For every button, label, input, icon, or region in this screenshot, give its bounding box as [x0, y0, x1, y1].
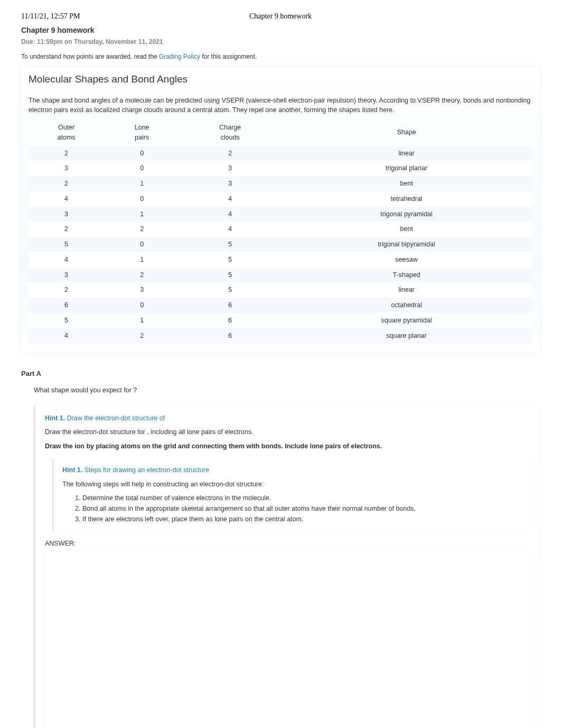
- th-lone: Lonepairs: [104, 119, 180, 146]
- cell-lone: 2: [104, 268, 180, 283]
- cell-charge: 5: [180, 237, 280, 252]
- points-suffix: for this assignment.: [200, 53, 257, 60]
- cell-outer: 3: [29, 268, 104, 283]
- cell-shape: linear: [280, 282, 532, 298]
- table-row: 505trigonal bipyramidal: [29, 237, 532, 252]
- cell-charge: 5: [180, 252, 280, 268]
- cell-shape: trigonal planar: [280, 161, 532, 176]
- answer-label: ANSWER:: [45, 539, 530, 549]
- list-item: Bond all atoms in the appropriate skelet…: [82, 504, 522, 514]
- cell-outer: 3: [29, 161, 104, 176]
- cell-outer: 4: [29, 191, 104, 207]
- cell-lone: 0: [104, 237, 180, 252]
- cell-lone: 2: [104, 222, 180, 237]
- table-row: 606octahedral: [29, 298, 532, 313]
- cell-outer: 4: [29, 328, 104, 344]
- hint-1-bold: Draw the ion by placing atoms on the gri…: [45, 441, 530, 451]
- part-a-question: What shape would you expect for ?: [34, 385, 540, 395]
- cell-charge: 4: [180, 207, 280, 222]
- points-prefix: To understand how points are awarded, re…: [21, 53, 159, 60]
- table-row: 213bent: [29, 176, 532, 191]
- hint-1-inner-num: Hint 1.: [62, 466, 82, 474]
- cell-shape: square planar: [280, 328, 532, 344]
- hint-1-num: Hint 1.: [45, 414, 65, 422]
- section-intro: The shape and bond angles of a molecule …: [29, 96, 532, 116]
- table-row: 202linear: [29, 146, 532, 161]
- list-item: Determine the total number of valence el…: [82, 493, 522, 503]
- cell-outer: 2: [29, 282, 104, 298]
- hint-1-p1: Draw the electron-dot structure for , in…: [45, 427, 530, 437]
- table-row: 404tetrahedral: [29, 191, 532, 207]
- cell-lone: 2: [104, 328, 180, 344]
- table-row: 426square planar: [29, 328, 532, 344]
- table-row: 314trigonal pyramidal: [29, 207, 532, 222]
- hint-1-inner-box: Hint 1. Steps for drawing an electron-do…: [52, 459, 530, 531]
- cell-lone: 0: [104, 146, 180, 161]
- cell-outer: 4: [29, 252, 104, 268]
- cell-charge: 6: [180, 313, 280, 328]
- th-outer: Outeratoms: [29, 119, 104, 146]
- points-line: To understand how points are awarded, re…: [21, 52, 540, 61]
- cell-charge: 4: [180, 191, 280, 207]
- answer-area[interactable]: [45, 551, 530, 728]
- cell-outer: 5: [29, 237, 104, 252]
- table-row: 224bent: [29, 222, 532, 237]
- cell-lone: 3: [104, 282, 180, 298]
- due-date: Due: 11:59pm on Thursday, November 11, 2…: [21, 37, 540, 47]
- cell-shape: square pyramidal: [280, 313, 532, 328]
- cell-shape: trigonal pyramidal: [280, 207, 532, 222]
- cell-shape: tetrahedral: [280, 191, 532, 207]
- hint-1-title[interactable]: Hint 1. Draw the electron-dot structure …: [45, 413, 530, 423]
- steps-list: Determine the total number of valence el…: [82, 493, 522, 524]
- cell-outer: 2: [29, 176, 104, 191]
- list-item: If there are electrons left over, place …: [82, 514, 522, 524]
- cell-charge: 2: [180, 146, 280, 161]
- part-a-label: Part A: [21, 368, 540, 379]
- cell-outer: 2: [29, 146, 104, 161]
- th-charge: Chargeclouds: [180, 119, 280, 146]
- table-row: 325T-shaped: [29, 268, 532, 283]
- th-shape: Shape: [280, 119, 532, 146]
- cell-shape: T-shaped: [280, 268, 532, 283]
- cell-lone: 0: [104, 161, 180, 176]
- hint-1-box: Hint 1. Draw the electron-dot structure …: [34, 406, 540, 729]
- hint-1-inner-p1: The following steps will help in constru…: [62, 480, 522, 490]
- vsepr-table: Outeratoms Lonepairs Chargeclouds Shape …: [29, 119, 532, 343]
- cell-lone: 1: [104, 313, 180, 328]
- cell-charge: 3: [180, 176, 280, 191]
- table-row: 516square pyramidal: [29, 313, 532, 328]
- cell-outer: 6: [29, 298, 104, 313]
- cell-lone: 1: [104, 176, 180, 191]
- cell-shape: octahedral: [280, 298, 532, 313]
- cell-outer: 3: [29, 207, 104, 222]
- hint-1-inner-title[interactable]: Hint 1. Steps for drawing an electron-do…: [62, 465, 522, 475]
- table-row: 303trigonal planar: [29, 161, 532, 176]
- cell-lone: 1: [104, 252, 180, 268]
- hint-1-text: Draw the electron-dot structure of: [65, 414, 165, 422]
- cell-shape: bent: [280, 222, 532, 237]
- cell-outer: 2: [29, 222, 104, 237]
- cell-shape: linear: [280, 146, 532, 161]
- hint-1-inner-text: Steps for drawing an electron-dot struct…: [82, 466, 209, 474]
- cell-charge: 5: [180, 268, 280, 283]
- section-title: Molecular Shapes and Bond Angles: [29, 72, 532, 87]
- cell-charge: 3: [180, 161, 280, 176]
- grading-policy-link[interactable]: Grading Policy: [159, 53, 200, 60]
- section-box: Molecular Shapes and Bond Angles The sha…: [21, 67, 540, 353]
- table-row: 415seesaw: [29, 252, 532, 268]
- table-row: 235linear: [29, 282, 532, 298]
- cell-charge: 6: [180, 328, 280, 344]
- cell-lone: 0: [104, 191, 180, 207]
- cell-charge: 5: [180, 282, 280, 298]
- print-title-center: Chapter 9 homework: [249, 11, 312, 22]
- cell-shape: trigonal bipyramidal: [280, 237, 532, 252]
- cell-charge: 4: [180, 222, 280, 237]
- cell-shape: seesaw: [280, 252, 532, 268]
- cell-shape: bent: [280, 176, 532, 191]
- print-timestamp: 11/11/21, 12:57 PM: [21, 11, 80, 22]
- cell-charge: 6: [180, 298, 280, 313]
- assignment-title: Chapter 9 homework: [21, 25, 540, 36]
- cell-outer: 5: [29, 313, 104, 328]
- cell-lone: 0: [104, 298, 180, 313]
- cell-lone: 1: [104, 207, 180, 222]
